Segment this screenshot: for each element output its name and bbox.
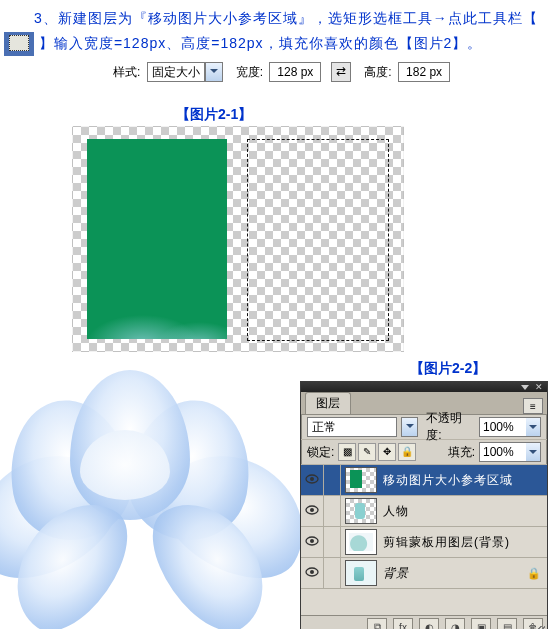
lotus-decoration [0, 340, 320, 629]
lock-fill-row: 锁定: ▩✎✥🔒 填充: 100% [301, 440, 547, 465]
svg-point-5 [310, 539, 314, 543]
layer-name[interactable]: 背景 [381, 565, 527, 582]
style-select[interactable]: 固定大小 [147, 62, 205, 82]
opacity-input[interactable]: 100% [479, 417, 541, 437]
style-dropdown-button[interactable] [205, 62, 223, 82]
height-input[interactable]: 182 px [398, 62, 450, 82]
link-column[interactable] [324, 496, 341, 526]
panel-menu-button[interactable]: ≡ [523, 398, 543, 414]
layer-row[interactable]: 剪辑蒙板用图层(背景) [301, 527, 547, 558]
layer-name[interactable]: 人物 [381, 503, 547, 520]
options-toolbar: 样式: 固定大小 宽度: 128 px ⇄ 高度: 182 px [0, 62, 560, 82]
marquee-selection [247, 139, 389, 341]
layer-row[interactable]: 背景 🔒 [301, 558, 547, 589]
new-layer-button[interactable]: ▤ [497, 618, 517, 629]
chevron-right-icon[interactable] [526, 418, 540, 436]
eye-icon [305, 535, 319, 549]
opacity-label: 不透明度: [426, 410, 475, 444]
height-label: 高度: [364, 65, 391, 79]
lock-label: 锁定: [307, 444, 334, 461]
lock-image-button[interactable]: ✎ [358, 443, 376, 461]
svg-point-7 [310, 570, 314, 574]
swap-dimensions-button[interactable]: ⇄ [331, 62, 351, 82]
svg-point-3 [310, 508, 314, 512]
fill-label: 填充: [448, 444, 475, 461]
lock-icon: 🔒 [527, 567, 541, 580]
new-group-button[interactable]: ▣ [471, 618, 491, 629]
canvas-preview [72, 126, 404, 352]
eye-icon [305, 566, 319, 580]
panel-titlebar[interactable]: ✕ [301, 382, 547, 392]
layer-mask-button[interactable]: ◐ [419, 618, 439, 629]
layer-list: 移动图片大小参考区域 人物 剪辑蒙板用图层(背景) 背景 🔒 [301, 465, 547, 615]
layer-thumbnail[interactable] [345, 498, 377, 524]
chevron-right-icon[interactable] [526, 443, 540, 461]
visibility-toggle[interactable] [301, 558, 324, 588]
visibility-toggle[interactable] [301, 465, 324, 495]
lock-position-button[interactable]: ✥ [378, 443, 396, 461]
lock-buttons: ▩✎✥🔒 [338, 443, 418, 461]
figure-caption-2-1: 【图片2-1】 [176, 106, 252, 124]
layer-fx-button[interactable]: fx [393, 618, 413, 629]
panel-tabs: 图层 ≡ [301, 392, 547, 415]
visibility-toggle[interactable] [301, 496, 324, 526]
layer-list-empty-area[interactable] [301, 589, 547, 615]
lock-transparent-button[interactable]: ▩ [338, 443, 356, 461]
svg-point-1 [310, 477, 314, 481]
instruction-text: 3、新建图层为『移动图片大小参考区域』，选矩形选框工具→点此工具栏【 】输入宽度… [0, 0, 560, 56]
eye-icon [305, 504, 319, 518]
layer-row[interactable]: 人物 [301, 496, 547, 527]
lock-all-button[interactable]: 🔒 [398, 443, 416, 461]
blend-opacity-row: 正常 不透明度: 100% [301, 415, 547, 440]
style-label: 样式: [113, 65, 140, 79]
link-column[interactable] [324, 558, 341, 588]
layer-name[interactable]: 剪辑蒙板用图层(背景) [381, 534, 547, 551]
blend-mode-select[interactable]: 正常 [307, 417, 397, 437]
width-input[interactable]: 128 px [269, 62, 321, 82]
link-layers-button[interactable]: ⧉ [367, 618, 387, 629]
fill-input[interactable]: 100% [479, 442, 541, 462]
eye-icon [305, 473, 319, 487]
blend-mode-dropdown[interactable] [401, 417, 418, 437]
width-label: 宽度: [236, 65, 263, 79]
figure-caption-2-2: 【图片2-2】 [410, 360, 486, 378]
layer-thumbnail[interactable] [345, 529, 377, 555]
tab-layers[interactable]: 图层 [305, 392, 351, 414]
link-column[interactable] [324, 465, 341, 495]
layers-panel: ✕ 图层 ≡ 正常 不透明度: 100% 锁定: ▩✎✥🔒 填充: 100% 移… [300, 381, 548, 629]
layer-thumbnail[interactable] [345, 467, 377, 493]
collapse-icon[interactable] [521, 385, 529, 390]
layer-row[interactable]: 移动图片大小参考区域 [301, 465, 547, 496]
reference-rectangle [87, 139, 227, 339]
instruction-middle: 】输入宽度=128px、高度=182px，填充你喜欢的颜色【图片2】。 [39, 35, 482, 51]
instruction-prefix: 3、新建图层为『移动图片大小参考区域』，选矩形选框工具→点此工具栏【 [4, 10, 538, 26]
link-column[interactable] [324, 527, 341, 557]
layer-name[interactable]: 移动图片大小参考区域 [381, 472, 547, 489]
visibility-toggle[interactable] [301, 527, 324, 557]
panel-footer: ⧉ fx ◐ ◑ ▣ ▤ 🗑 [301, 615, 547, 629]
marquee-tool-icon [4, 32, 34, 56]
adjustment-layer-button[interactable]: ◑ [445, 618, 465, 629]
close-icon[interactable]: ✕ [535, 383, 543, 392]
layer-thumbnail[interactable] [345, 560, 377, 586]
